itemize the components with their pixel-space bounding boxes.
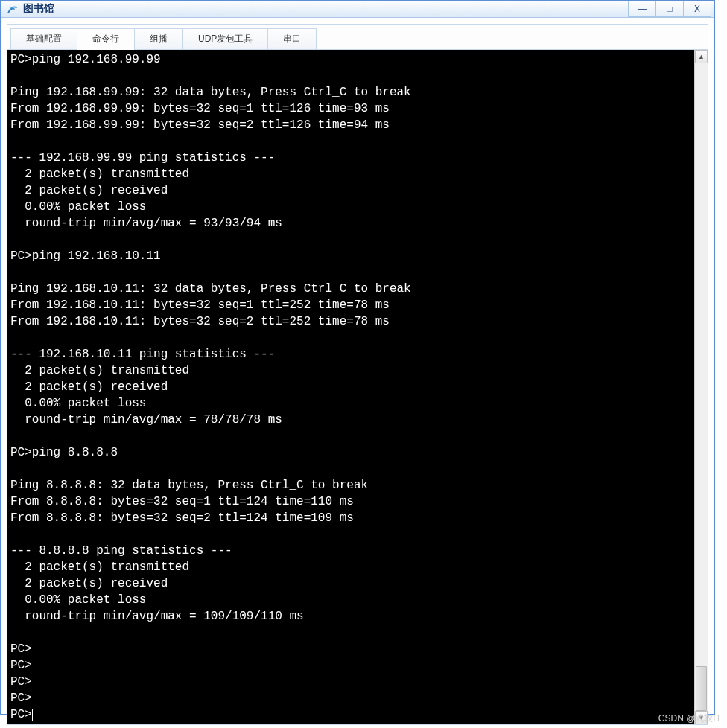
close-button[interactable]: X (683, 1, 711, 17)
scroll-thumb[interactable] (696, 666, 707, 711)
content-frame: 基础配置 命令行 组播 UDP发包工具 串口 PC>ping 192.168.9… (7, 24, 708, 725)
scroll-up-button[interactable]: ▲ (695, 50, 708, 63)
terminal-panel: PC>ping 192.168.99.99 Ping 192.168.99.99… (7, 50, 708, 724)
terminal-output[interactable]: PC>ping 192.168.99.99 Ping 192.168.99.99… (7, 50, 694, 724)
watermark: CSDN @武软IT (658, 712, 721, 725)
scroll-track[interactable] (695, 63, 708, 711)
app-icon (7, 3, 19, 15)
tab-basic-config[interactable]: 基础配置 (10, 28, 77, 50)
titlebar[interactable]: 图书馆 — □ X (1, 1, 714, 18)
maximize-button[interactable]: □ (655, 1, 684, 17)
window-title: 图书馆 (23, 2, 629, 16)
scrollbar: ▲ ▼ (694, 50, 708, 724)
tab-multicast[interactable]: 组播 (134, 28, 183, 50)
minimize-button[interactable]: — (628, 1, 656, 17)
app-window: 图书馆 — □ X 基础配置 命令行 组播 UDP发包工具 串口 PC>ping… (0, 0, 715, 715)
tab-udp-tool[interactable]: UDP发包工具 (182, 28, 268, 50)
tab-serial[interactable]: 串口 (267, 28, 317, 50)
tabbar: 基础配置 命令行 组播 UDP发包工具 串口 (7, 25, 708, 50)
tab-command-line[interactable]: 命令行 (77, 28, 135, 50)
window-controls: — □ X (629, 1, 711, 17)
